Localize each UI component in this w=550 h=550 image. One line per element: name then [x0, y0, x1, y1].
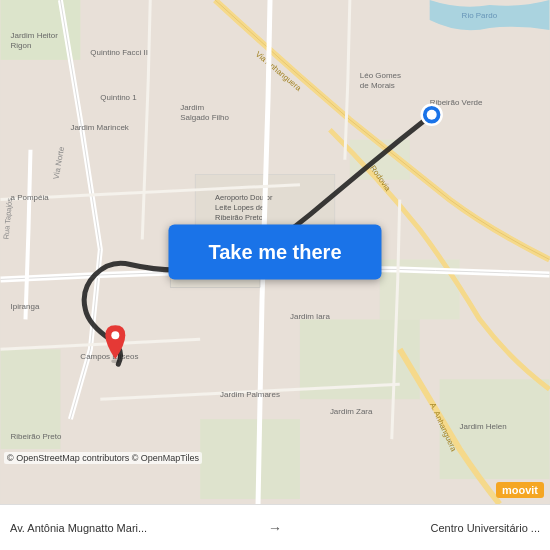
map-container: Rio Pardo Aeroporto Doutor Leite Lopes d… — [0, 0, 550, 504]
svg-text:Campos Elíseos: Campos Elíseos — [80, 352, 138, 361]
svg-text:Salgado Filho: Salgado Filho — [180, 113, 229, 122]
svg-text:Jardim Helen: Jardim Helen — [460, 422, 507, 431]
svg-text:Leite Lopes de: Leite Lopes de — [215, 203, 264, 212]
svg-point-42 — [111, 331, 119, 339]
svg-text:Rio Pardo: Rio Pardo — [462, 11, 498, 20]
svg-point-41 — [111, 359, 119, 363]
arrow-icon: → — [260, 520, 290, 536]
svg-text:Quintino 1: Quintino 1 — [100, 93, 137, 102]
bottom-bar: Av. Antônia Mugnatto Mari... → Centro Un… — [0, 504, 550, 550]
svg-text:Jardim Zara: Jardim Zara — [330, 407, 373, 416]
destination-label: Centro Universitário ... — [290, 522, 540, 534]
svg-point-40 — [427, 110, 437, 120]
svg-text:Jardim Palmares: Jardim Palmares — [220, 390, 280, 399]
map-attribution: © OpenStreetMap contributors © OpenMapTi… — [4, 452, 202, 464]
svg-text:Léo Gomes: Léo Gomes — [360, 71, 401, 80]
app: Rio Pardo Aeroporto Doutor Leite Lopes d… — [0, 0, 550, 550]
svg-text:Jardim Marincek: Jardim Marincek — [70, 123, 128, 132]
svg-text:Jardim Heitor: Jardim Heitor — [11, 31, 59, 40]
moovit-logo: moovit — [496, 482, 544, 498]
svg-text:Quintino Facci II: Quintino Facci II — [90, 48, 148, 57]
svg-text:Jardim: Jardim — [180, 103, 204, 112]
take-me-there-button[interactable]: Take me there — [168, 225, 381, 280]
svg-text:a Pompéia: a Pompéia — [11, 193, 50, 202]
svg-text:Jardim Iara: Jardim Iara — [290, 312, 330, 321]
svg-text:Rigon: Rigon — [11, 41, 32, 50]
svg-text:Ipiranga: Ipiranga — [11, 302, 40, 311]
svg-text:de Morais: de Morais — [360, 81, 395, 90]
origin-label: Av. Antônia Mugnatto Mari... — [10, 522, 260, 534]
svg-text:Ribeirão Preto: Ribeirão Preto — [215, 213, 263, 222]
svg-text:Ribeirão Preto: Ribeirão Preto — [11, 432, 63, 441]
svg-rect-7 — [200, 419, 300, 499]
